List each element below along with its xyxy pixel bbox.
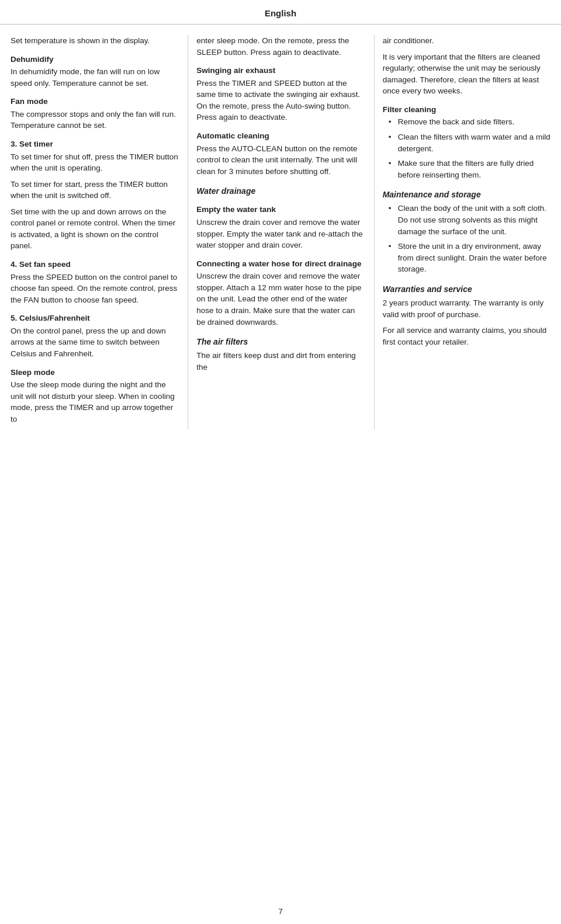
- maintenance-list: Clean the body of the unit with a soft c…: [383, 203, 550, 275]
- fan-mode-text: The compressor stops and only the fan wi…: [11, 109, 178, 131]
- air-filters-cont: air conditioner.: [383, 35, 550, 47]
- filter-cleaning-title: Filter cleaning: [383, 104, 550, 116]
- fan-mode-title: Fan mode: [11, 96, 178, 107]
- filters-important: It is very important that the filters ar…: [383, 51, 550, 97]
- column-1: Set temperature is shown in the display.…: [11, 35, 184, 429]
- air-filters-text: The air filters keep dust and dirt from …: [196, 350, 364, 373]
- celsius-text: On the control panel, press the up and d…: [11, 325, 178, 360]
- warranties-text2: For all service and warranty claims, you…: [383, 325, 550, 348]
- auto-clean-title: Automatic cleaning: [196, 130, 364, 142]
- sleep-mode-title: Sleep mode: [11, 367, 178, 378]
- swinging-title: Swinging air exhaust: [196, 65, 364, 77]
- maintenance-title: Maintenance and storage: [383, 189, 550, 200]
- set-timer-text3: Set time with the up and down arrows on …: [11, 206, 178, 252]
- column-3: air conditioner. It is very important th…: [374, 35, 550, 429]
- set-fan-speed-title: 4. Set fan speed: [11, 259, 178, 270]
- empty-tank-title: Empty the water tank: [196, 204, 364, 216]
- list-item: Clean the body of the unit with a soft c…: [389, 203, 550, 237]
- set-timer-title: 3. Set timer: [11, 138, 178, 150]
- dehumidify-title: Dehumidify: [11, 54, 178, 65]
- auto-clean-text: Press the AUTO-CLEAN button on the remot…: [196, 143, 364, 178]
- water-drainage-title: Water drainage: [196, 185, 364, 197]
- warranties-title: Warranties and service: [383, 283, 550, 295]
- dehumidify-text: In dehumidify mode, the fan will run on …: [11, 66, 178, 89]
- page-number: 7: [0, 907, 561, 916]
- intro-text: Set temperature is shown in the display.: [11, 35, 178, 47]
- column-2: enter sleep mode. On the remote, press t…: [188, 35, 370, 429]
- list-item: Clean the filters with warm water and a …: [389, 131, 550, 154]
- sleep-cont-text: enter sleep mode. On the remote, press t…: [196, 35, 364, 58]
- list-item: Remove the back and side filters.: [389, 116, 550, 128]
- page-title: English: [0, 0, 561, 25]
- list-item: Store the unit in a dry environment, awa…: [389, 241, 550, 275]
- sleep-mode-text: Use the sleep mode during the night and …: [11, 379, 178, 425]
- filter-cleaning-list: Remove the back and side filters. Clean …: [383, 116, 550, 180]
- connecting-text: Unscrew the drain cover and remove the w…: [196, 270, 364, 328]
- connecting-title: Connecting a water hose for direct drain…: [196, 258, 364, 270]
- set-timer-text1: To set timer for shut off, press the TIM…: [11, 151, 178, 174]
- warranties-text1: 2 years product warranty. The warranty i…: [383, 297, 550, 320]
- set-timer-text2: To set timer for start, press the TIMER …: [11, 179, 178, 202]
- empty-tank-text: Unscrew the drain cover and remove the w…: [196, 217, 364, 251]
- swinging-text: Press the TIMER and SPEED button at the …: [196, 78, 364, 123]
- list-item: Make sure that the filters are fully dri…: [389, 158, 550, 180]
- celsius-title: 5. Celsius/Fahrenheit: [11, 312, 178, 324]
- air-filters-title: The air filters: [196, 336, 364, 348]
- set-fan-speed-text: Press the SPEED button on the control pa…: [11, 272, 178, 306]
